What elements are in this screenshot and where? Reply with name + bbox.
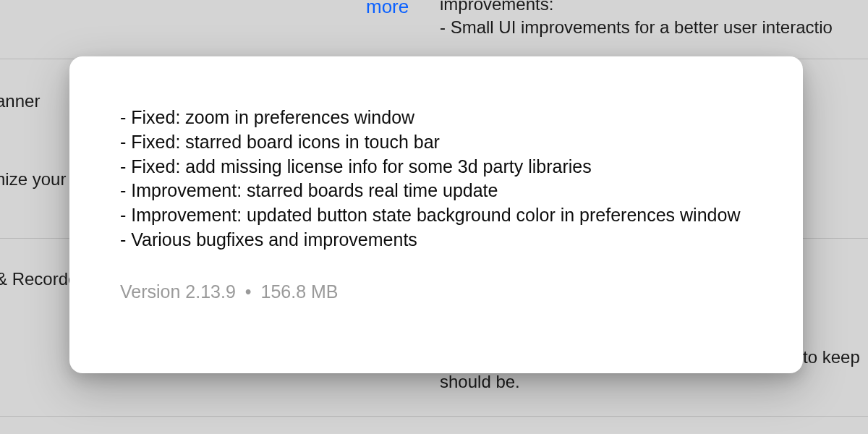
size-label: 156.8 MB bbox=[261, 281, 339, 302]
bg-app-title-fragment-2: & Recorde bbox=[0, 269, 77, 289]
bg-improvements-heading: improvements: bbox=[440, 0, 553, 14]
release-note-line: - Improvement: updated button state back… bbox=[120, 203, 752, 228]
version-label: Version 2.13.9 bbox=[120, 281, 236, 302]
separator-dot: • bbox=[245, 281, 252, 302]
more-link[interactable]: more bbox=[366, 0, 409, 18]
version-info: Version 2.13.9 • 156.8 MB bbox=[120, 281, 752, 302]
release-notes-popover: - Fixed: zoom in preferences window - Fi… bbox=[69, 56, 803, 373]
release-note-line: - Improvement: starred boards real time … bbox=[120, 179, 752, 203]
bg-desc-fragment-1: to keep bbox=[803, 347, 860, 367]
bg-app-subtitle-fragment-1: nize your bbox=[0, 169, 66, 190]
bg-app-title-fragment-1: anner bbox=[0, 91, 40, 111]
bg-desc-fragment-2: should be. bbox=[440, 372, 520, 392]
release-note-line: - Fixed: add missing license info for so… bbox=[120, 155, 752, 179]
release-note-line: - Various bugfixes and improvements bbox=[120, 228, 752, 252]
release-notes-body: - Fixed: zoom in preferences window - Fi… bbox=[120, 106, 752, 252]
release-note-line: - Fixed: zoom in preferences window bbox=[120, 106, 752, 130]
bg-top-line: - Small UI improvements for a better use… bbox=[440, 17, 833, 38]
bg-row-top: more improvements: - Small UI improvemen… bbox=[0, 0, 868, 59]
release-note-line: - Fixed: starred board icons in touch ba… bbox=[120, 130, 752, 155]
